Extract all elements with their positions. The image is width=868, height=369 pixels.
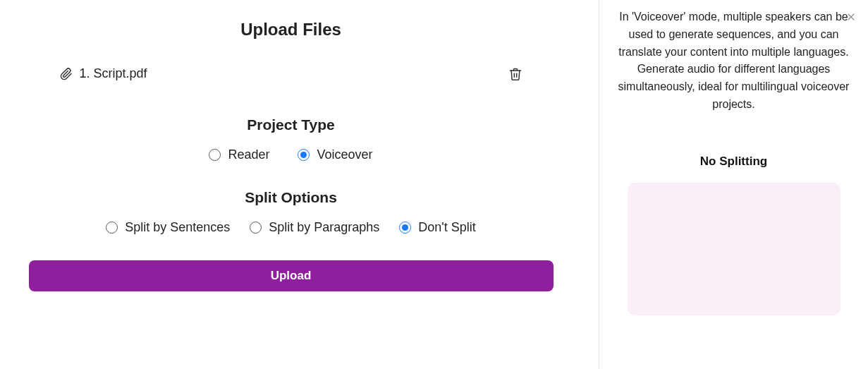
radio-voiceover[interactable]: Voiceover xyxy=(298,147,372,162)
project-type-title: Project Type xyxy=(247,116,334,133)
close-icon[interactable] xyxy=(845,11,857,25)
split-options-title: Split Options xyxy=(245,189,337,206)
main-panel: Upload Files 1. Script.pdf xyxy=(0,0,599,369)
file-row: 1. Script.pdf xyxy=(29,66,554,81)
radio-label: Reader xyxy=(228,147,269,162)
sidebar-panel: In 'Voiceover' mode, multiple speakers c… xyxy=(599,0,868,369)
preview-title: No Splitting xyxy=(700,155,767,169)
page-title: Upload Files xyxy=(240,20,341,40)
radio-icon xyxy=(298,149,310,161)
radio-split-paragraphs[interactable]: Split by Paragraphs xyxy=(250,220,379,235)
radio-icon xyxy=(399,222,411,234)
split-options-group: Split by Sentences Split by Paragraphs D… xyxy=(106,220,476,235)
main-inner: Upload Files 1. Script.pdf xyxy=(29,17,554,291)
file-info: 1. Script.pdf xyxy=(60,66,147,81)
radio-label: Voiceover xyxy=(317,147,372,162)
radio-icon xyxy=(209,149,221,161)
upload-button[interactable]: Upload xyxy=(29,260,554,291)
radio-label: Don't Split xyxy=(418,220,475,235)
radio-icon xyxy=(250,222,262,234)
preview-box xyxy=(628,183,841,315)
radio-label: Split by Sentences xyxy=(125,220,230,235)
file-name: 1. Script.pdf xyxy=(80,66,147,81)
radio-icon xyxy=(106,222,118,234)
radio-dont-split[interactable]: Don't Split xyxy=(399,220,475,235)
delete-icon[interactable] xyxy=(508,67,522,81)
radio-split-sentences[interactable]: Split by Sentences xyxy=(106,220,230,235)
radio-reader[interactable]: Reader xyxy=(209,147,269,162)
sidebar-description: In 'Voiceover' mode, multiple speakers c… xyxy=(612,8,855,114)
radio-label: Split by Paragraphs xyxy=(269,220,379,235)
project-type-group: Reader Voiceover xyxy=(209,147,372,162)
attachment-icon xyxy=(60,68,73,80)
